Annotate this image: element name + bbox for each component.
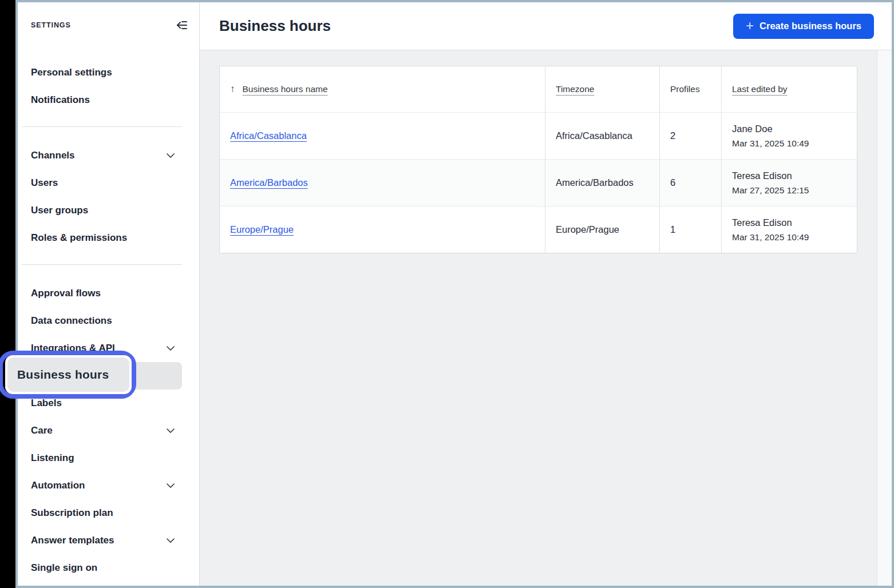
sidebar-item-label: Single sign on <box>31 562 97 574</box>
sidebar-item[interactable]: Listening <box>18 444 199 472</box>
sidebar-item-label: Business hours <box>31 370 104 382</box>
sidebar-item[interactable]: Personal settings <box>18 59 199 86</box>
sidebar-divider <box>22 264 182 265</box>
collapse-sidebar-icon <box>175 19 188 31</box>
sidebar-item-label: Notifications <box>31 94 90 106</box>
cell-timezone: Africa/Casablanca <box>545 113 659 159</box>
sidebar-item-label: Data connections <box>31 315 112 327</box>
editor-name: Teresa Edison <box>732 217 792 228</box>
sidebar-item-label: Automation <box>31 480 85 491</box>
business-hours-link[interactable]: America/Barbados <box>230 177 308 188</box>
column-header-business-hours-name: ↑ Business hours name <box>220 66 545 112</box>
sidebar-divider <box>22 126 182 127</box>
business-hours-link[interactable]: Africa/Casablanca <box>230 130 307 141</box>
chevron-down-icon <box>167 483 175 488</box>
main-area: Business hours + Create business hours ↑… <box>200 2 892 586</box>
sidebar-item-label: Users <box>31 177 58 189</box>
sidebar-item[interactable]: Automation <box>18 472 199 499</box>
cell-business-hours-name: Europe/Prague <box>220 206 545 253</box>
app-window: SETTINGS Personal settings <box>15 0 894 588</box>
column-header-last-edited-by: Last edited by <box>721 66 857 112</box>
cell-business-hours-name: Africa/Casablanca <box>220 113 545 159</box>
sidebar-item-label: Personal settings <box>31 67 112 78</box>
sidebar-item-label: Approval flows <box>31 288 101 299</box>
cell-business-hours-name: America/Barbados <box>220 160 545 206</box>
chevron-down-icon <box>167 428 175 433</box>
editor-name: Teresa Edison <box>732 170 792 181</box>
sidebar-item-label: User groups <box>31 205 88 216</box>
sidebar-item[interactable]: Roles & permissions <box>18 224 199 252</box>
edited-timestamp: Mar 27, 2025 12:15 <box>732 185 809 196</box>
sidebar-header: SETTINGS <box>18 18 199 32</box>
sidebar-item-label: Labels <box>31 398 62 409</box>
content-area: ↑ Business hours name Timezone Profiles … <box>200 50 892 586</box>
column-header-profiles: Profiles <box>659 66 721 112</box>
settings-sidebar: SETTINGS Personal settings <box>18 2 200 586</box>
cell-timezone: Europe/Prague <box>545 206 659 253</box>
sidebar-item[interactable]: Users <box>18 169 199 197</box>
cell-profiles: 2 <box>659 113 721 159</box>
table-row: America/Barbados America/Barbados 6 Tere… <box>220 159 857 206</box>
cell-profiles: 6 <box>659 160 721 206</box>
sidebar-item[interactable]: Single sign on <box>18 554 199 582</box>
column-header-label: Profiles <box>670 84 700 94</box>
edited-timestamp: Mar 31, 2025 10:49 <box>732 232 809 243</box>
chevron-down-icon <box>167 153 175 158</box>
sidebar-item-label: Integrations & API <box>31 343 115 354</box>
sidebar-item[interactable]: Business hours <box>21 362 182 390</box>
table-row: Africa/Casablanca Africa/Casablanca 2 Ja… <box>220 112 857 159</box>
sidebar-item[interactable]: Answer templates <box>18 527 199 554</box>
sidebar-group-org: Channels Users User groups Roles & per <box>18 142 199 252</box>
collapse-sidebar-button[interactable] <box>175 19 188 31</box>
column-header-label[interactable]: Business hours name <box>243 84 328 94</box>
table-row: Europe/Prague Europe/Prague 1 Teresa Edi… <box>220 206 857 253</box>
sidebar-item[interactable]: Subscription plan <box>18 499 199 527</box>
sidebar-item[interactable]: Care <box>18 417 199 444</box>
cell-last-edited-by: Teresa Edison Mar 27, 2025 12:15 <box>721 160 857 206</box>
sidebar-item-label: Answer templates <box>31 535 114 546</box>
table-body: Africa/Casablanca Africa/Casablanca 2 Ja… <box>220 112 857 253</box>
edited-timestamp: Mar 31, 2025 10:49 <box>732 138 809 149</box>
chevron-down-icon <box>167 538 175 543</box>
sidebar-item-label: Listening <box>31 452 74 464</box>
create-business-hours-label: Create business hours <box>759 21 861 31</box>
sidebar-item[interactable]: Labels <box>18 390 199 417</box>
business-hours-table: ↑ Business hours name Timezone Profiles … <box>219 66 857 253</box>
cell-last-edited-by: Teresa Edison Mar 31, 2025 10:49 <box>721 206 857 253</box>
chevron-down-icon <box>167 346 175 351</box>
column-header-label[interactable]: Last edited by <box>732 84 788 94</box>
cell-profiles: 1 <box>659 206 721 253</box>
sidebar-item[interactable]: Channels <box>18 142 199 169</box>
column-header-timezone: Timezone <box>545 66 659 112</box>
sidebar-heading: SETTINGS <box>31 21 71 29</box>
sort-ascending-icon: ↑ <box>230 84 235 95</box>
sidebar-item[interactable]: User groups <box>18 197 199 224</box>
sidebar-item[interactable]: Integrations & API <box>18 335 199 362</box>
sidebar-item-label: Subscription plan <box>31 507 113 519</box>
editor-name: Jane Doe <box>732 124 773 134</box>
create-business-hours-button[interactable]: + Create business hours <box>733 14 874 39</box>
sidebar-item[interactable]: Data connections <box>18 307 199 335</box>
cell-timezone: America/Barbados <box>545 160 659 206</box>
cell-last-edited-by: Jane Doe Mar 31, 2025 10:49 <box>721 113 857 159</box>
plus-icon: + <box>746 19 754 33</box>
sidebar-item-label: Care <box>31 425 53 436</box>
page-title: Business hours <box>219 17 331 35</box>
vertical-scrollbar-track[interactable] <box>877 50 892 586</box>
page-header: Business hours + Create business hours <box>200 2 892 50</box>
table-header-row: ↑ Business hours name Timezone Profiles … <box>220 66 857 112</box>
sidebar-group-account: Personal settings Notifications <box>18 59 199 114</box>
sidebar-item-label: Roles & permissions <box>31 232 127 244</box>
business-hours-link[interactable]: Europe/Prague <box>230 224 294 235</box>
sidebar-item[interactable]: Approval flows <box>18 280 199 307</box>
column-header-label[interactable]: Timezone <box>556 84 594 94</box>
sidebar-item-label: Channels <box>31 150 75 161</box>
sidebar-item[interactable]: Notifications <box>18 86 199 114</box>
sidebar-group-platform: Approval flows Data connections Integrat… <box>18 280 199 582</box>
